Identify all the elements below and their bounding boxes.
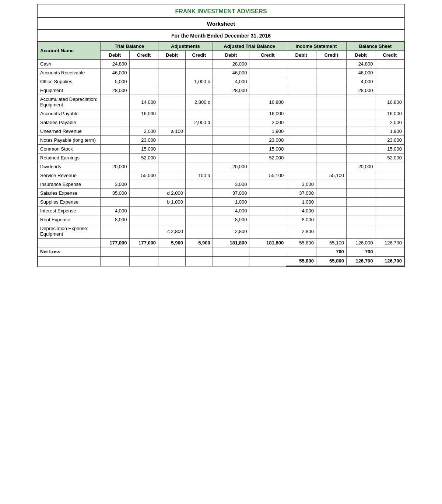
cell (185, 162, 213, 171)
cell: Supplies Expense (38, 198, 101, 207)
total-cell: 181,800 (213, 239, 249, 247)
cell (286, 109, 316, 118)
worksheet-title: Worksheet (38, 18, 404, 30)
cell (249, 162, 286, 171)
final-total-cell (249, 256, 286, 266)
cell (158, 180, 186, 189)
final-total-cell (213, 256, 249, 266)
cell (185, 154, 213, 162)
cell: 2,800 (286, 224, 316, 239)
cell: 1,900 (375, 127, 404, 136)
cell: 16,000 (249, 109, 286, 118)
cell (185, 145, 213, 154)
cell: 16,000 (375, 109, 404, 118)
net-loss-cell (158, 247, 186, 257)
cell: Interest Expense (38, 207, 101, 215)
cell: 16,800 (375, 95, 404, 109)
cell (101, 145, 130, 154)
cell: 52,000 (375, 154, 404, 162)
company-title: FRANK INVESTMENT ADVISERS (38, 4, 404, 18)
cell: Rent Expense (38, 215, 101, 224)
cell (158, 162, 186, 171)
col-account: Account Name (38, 42, 101, 60)
total-cell (38, 239, 101, 247)
cell: 20,000 (213, 162, 249, 171)
cell (346, 215, 375, 224)
cell: Service Revenue (38, 171, 101, 180)
cell: 2,000 (249, 118, 286, 127)
net-loss-cell (286, 247, 316, 257)
cell (101, 118, 130, 127)
is-credit: Credit (316, 51, 347, 60)
cell: 4,000 (101, 207, 130, 215)
table-row: Insurance Expense3,0003,0003,000 (38, 180, 404, 189)
cell (286, 162, 316, 171)
final-total-cell (129, 256, 158, 266)
cell (375, 171, 404, 180)
total-cell: 177,000 (101, 239, 130, 247)
cell (249, 86, 286, 95)
final-total-cell (158, 256, 186, 266)
cell (185, 224, 213, 239)
cell (316, 136, 347, 145)
bs-debit: Debit (346, 51, 375, 60)
cell (101, 224, 130, 239)
cell: 2,000 (375, 118, 404, 127)
cell (346, 207, 375, 215)
net-loss-cell: 700 (346, 247, 375, 257)
cell (185, 86, 213, 95)
cell (129, 198, 158, 207)
cell (316, 162, 347, 171)
table-row: Depreciation Expense: Equipmentc 2,8002,… (38, 224, 404, 239)
cell (129, 207, 158, 215)
totals-row: 177,000177,0005,9005,900181,800181,80055… (38, 239, 404, 247)
cell (101, 154, 130, 162)
col-adjusted-trial: Adjusted Trial Balance (213, 42, 286, 51)
cell (101, 171, 130, 180)
cell (158, 207, 186, 215)
cell: 14,000 (129, 95, 158, 109)
cell: 20,000 (101, 162, 130, 171)
cell (316, 180, 347, 189)
cell (158, 77, 186, 86)
total-cell: 5,900 (185, 239, 213, 247)
cell (213, 136, 249, 145)
cell (185, 180, 213, 189)
total-cell: 55,100 (316, 239, 347, 247)
atb-credit: Credit (249, 51, 286, 60)
cell (213, 109, 249, 118)
final-total-cell (38, 256, 101, 266)
cell (158, 86, 186, 95)
cell (249, 207, 286, 215)
cell: 3,000 (286, 180, 316, 189)
cell (129, 118, 158, 127)
table-row: Cash24,80028,00024,800 (38, 60, 404, 68)
cell (375, 180, 404, 189)
cell (185, 189, 213, 198)
total-cell: 181,800 (249, 239, 286, 247)
cell (249, 60, 286, 68)
col-balance-sheet: Balance Sheet (346, 42, 404, 51)
cell: 52,000 (129, 154, 158, 162)
cell (158, 68, 186, 77)
cell (158, 136, 186, 145)
cell (249, 68, 286, 77)
final-total-cell (185, 256, 213, 266)
cell: a 100 (158, 127, 186, 136)
col-adjustments: Adjustments (158, 42, 213, 51)
cell (185, 127, 213, 136)
table-row: Accumulated Depreciation: Equipment14,00… (38, 95, 404, 109)
cell (316, 154, 347, 162)
cell: Retained Earnings (38, 154, 101, 162)
tb-credit: Credit (129, 51, 158, 60)
cell: 5,000 (101, 77, 130, 86)
cell: Cash (38, 60, 101, 68)
cell: 4,000 (346, 77, 375, 86)
table-row: Interest Expense4,0004,0004,000 (38, 207, 404, 215)
cell (129, 77, 158, 86)
cell (316, 118, 347, 127)
cell (101, 95, 130, 109)
cell (213, 154, 249, 162)
cell: Dividends (38, 162, 101, 171)
cell (375, 86, 404, 95)
